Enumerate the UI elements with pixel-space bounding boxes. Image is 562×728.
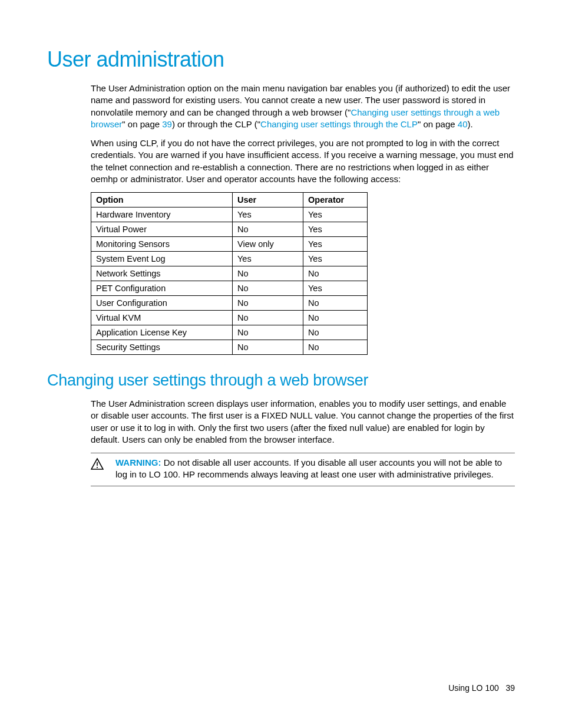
page: User administration The User Administrat… — [0, 0, 562, 486]
table-row: Monitoring SensorsView onlyYes — [91, 237, 368, 252]
col-user: User — [233, 193, 303, 207]
table-cell: No — [303, 340, 368, 355]
table-cell: Yes — [233, 252, 303, 266]
warning-icon — [91, 457, 104, 481]
col-operator: Operator — [303, 193, 368, 207]
table-cell: No — [303, 325, 368, 340]
table-cell: No — [233, 296, 303, 311]
table-row: PET ConfigurationNoYes — [91, 281, 368, 296]
intro-paragraph: The User Administration option on the ma… — [91, 83, 515, 130]
table-cell: No — [303, 266, 368, 281]
table-row: Security SettingsNoNo — [91, 340, 368, 355]
page-ref-40[interactable]: 40 — [458, 119, 468, 129]
footer-section: Using LO 100 — [448, 683, 499, 693]
table-cell: No — [233, 325, 303, 340]
table-cell: No — [303, 311, 368, 325]
warning-block: WARNING: Do not disable all user account… — [91, 453, 515, 486]
table-cell: No — [233, 311, 303, 325]
table-row: Hardware InventoryYesYes — [91, 207, 368, 222]
text: ). — [467, 119, 472, 129]
table-cell: No — [233, 222, 303, 237]
table-cell: Monitoring Sensors — [91, 237, 233, 252]
table-cell: View only — [233, 237, 303, 252]
footer-page-number: 39 — [505, 683, 515, 693]
table-cell: Yes — [303, 222, 368, 237]
table-row: Virtual PowerNoYes — [91, 222, 368, 237]
table-cell: Network Settings — [91, 266, 233, 281]
table-row: Virtual KVMNoNo — [91, 311, 368, 325]
col-option: Option — [91, 193, 233, 207]
table-cell: No — [233, 266, 303, 281]
table-cell: No — [233, 340, 303, 355]
table-cell: Yes — [233, 207, 303, 222]
table-cell: No — [303, 296, 368, 311]
table-cell: User Configuration — [91, 296, 233, 311]
table-row: System Event LogYesYes — [91, 252, 368, 266]
heading-user-administration: User administration — [47, 47, 515, 72]
text: " on page — [122, 119, 162, 129]
table-row: Network SettingsNoNo — [91, 266, 368, 281]
web-browser-paragraph: The User Administration screen displays … — [91, 398, 515, 446]
heading-web-browser: Changing user settings through a web bro… — [47, 371, 515, 390]
warning-body: Do not disable all user accounts. If you… — [115, 457, 502, 479]
link-clp[interactable]: Changing user settings through the CLP — [260, 119, 418, 129]
table-cell: Virtual KVM — [91, 311, 233, 325]
page-ref-39[interactable]: 39 — [162, 119, 172, 129]
text: ) or through the CLP (" — [172, 119, 260, 129]
table-cell: System Event Log — [91, 252, 233, 266]
table-cell: Yes — [303, 281, 368, 296]
table-cell: PET Configuration — [91, 281, 233, 296]
table-cell: No — [233, 281, 303, 296]
table-row: User ConfigurationNoNo — [91, 296, 368, 311]
table-cell: Application License Key — [91, 325, 233, 340]
text: " on page — [418, 119, 458, 129]
table-cell: Security Settings — [91, 340, 233, 355]
table-cell: Yes — [303, 237, 368, 252]
table-row: Application License KeyNoNo — [91, 325, 368, 340]
access-table: Option User Operator Hardware InventoryY… — [91, 192, 368, 355]
table-cell: Virtual Power — [91, 222, 233, 237]
table-cell: Hardware Inventory — [91, 207, 233, 222]
table-header-row: Option User Operator — [91, 193, 368, 207]
warning-label: WARNING: — [115, 457, 161, 467]
table-cell: Yes — [303, 207, 368, 222]
page-footer: Using LO 100 39 — [448, 683, 515, 693]
warning-text-container: WARNING: Do not disable all user account… — [115, 457, 515, 481]
clp-paragraph: When using CLP, if you do not have the c… — [91, 137, 515, 185]
svg-point-1 — [97, 467, 98, 468]
table-body: Hardware InventoryYesYesVirtual PowerNoY… — [91, 207, 368, 355]
table-cell: Yes — [303, 252, 368, 266]
